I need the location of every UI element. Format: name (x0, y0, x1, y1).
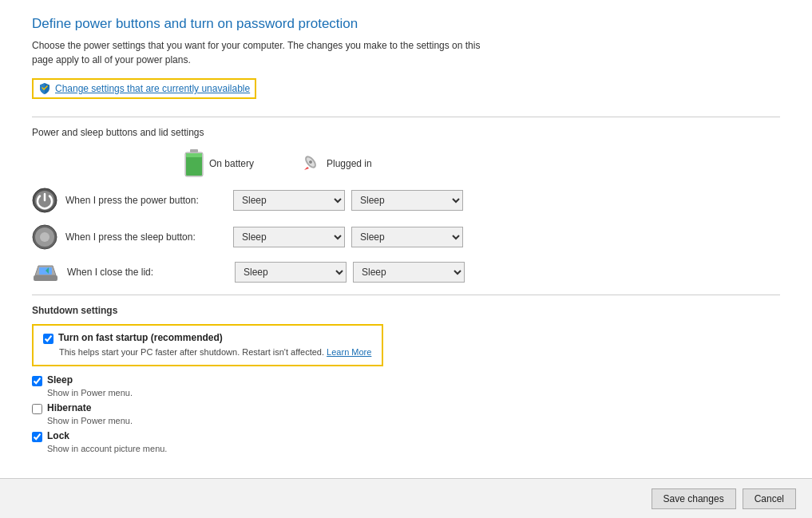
lock-label: Lock (47, 430, 69, 441)
plugged-icon (299, 152, 322, 175)
sleep-label: Sleep (47, 374, 73, 386)
change-settings-link[interactable]: Change settings that are currently unava… (32, 78, 256, 99)
sleep-button-plugged-select[interactable]: Sleep Hibernate Shut down Turn off the d… (351, 227, 463, 247)
col-battery-label: On battery (209, 158, 254, 169)
lock-desc: Show in account picture menu. (47, 444, 780, 453)
sleep-button-label: When I press the sleep button: (65, 231, 233, 243)
section-power-sleep-label: Power and sleep buttons and lid settings (32, 127, 780, 138)
sleep-row: Sleep (32, 374, 780, 386)
sleep-button-selects: Sleep Hibernate Shut down Turn off the d… (233, 227, 463, 247)
shutdown-label: Shutdown settings (32, 305, 780, 316)
hibernate-label: Hibernate (47, 402, 91, 413)
shield-icon (38, 82, 51, 95)
lock-row: Lock (32, 430, 780, 442)
close-lid-row: When I close the lid: Sleep Hibernate Sh… (32, 261, 780, 283)
battery-icon (184, 149, 204, 178)
power-button-row: When I press the power button: Sleep Hib… (32, 188, 780, 213)
fast-startup-label: Turn on fast startup (recommended) (58, 332, 223, 343)
power-button-plugged-select[interactable]: Sleep Hibernate Shut down Turn off the d… (351, 190, 463, 211)
sleep-button-icon (32, 224, 57, 250)
close-lid-plugged-select[interactable]: Sleep Hibernate Shut down Turn off the d… (353, 262, 465, 283)
svg-rect-1 (190, 149, 198, 152)
power-button-label: When I press the power button: (65, 195, 233, 206)
col-header-battery: On battery (184, 149, 299, 178)
svg-marker-7 (304, 167, 309, 170)
bottom-bar: Save changes Cancel (0, 478, 812, 518)
close-lid-label: When I close the lid: (67, 267, 235, 278)
columns-header: On battery Plugged in (184, 149, 780, 178)
power-button-icon (32, 188, 57, 213)
sleep-desc: Show in Power menu. (47, 388, 780, 397)
fast-startup-row: Turn on fast startup (recommended) (43, 332, 372, 344)
fast-startup-desc: This helps start your PC faster after sh… (59, 347, 372, 357)
fast-startup-checkbox[interactable] (43, 334, 53, 344)
close-lid-selects: Sleep Hibernate Shut down Turn off the d… (235, 262, 465, 283)
hibernate-checkbox[interactable] (32, 404, 42, 414)
page-title: Define power buttons and turn on passwor… (32, 16, 780, 32)
hibernate-row: Hibernate (32, 402, 780, 414)
learn-more-link[interactable]: Learn More (327, 347, 371, 357)
sleep-button-row: When I press the sleep button: Sleep Hib… (32, 224, 780, 250)
page-description: Choose the power settings that you want … (32, 38, 495, 67)
change-settings-label: Change settings that are currently unava… (55, 83, 250, 94)
close-lid-battery-select[interactable]: Sleep Hibernate Shut down Turn off the d… (235, 262, 347, 283)
lock-checkbox[interactable] (32, 432, 42, 442)
power-button-battery-select[interactable]: Sleep Hibernate Shut down Turn off the d… (233, 190, 345, 211)
svg-rect-15 (39, 267, 52, 275)
col-header-plugged: Plugged in (299, 152, 415, 175)
svg-point-13 (40, 232, 50, 242)
col-plugged-label: Plugged in (327, 158, 372, 169)
power-button-selects: Sleep Hibernate Shut down Turn off the d… (233, 190, 463, 211)
cancel-button[interactable]: Cancel (743, 488, 796, 509)
section-divider-middle (32, 295, 780, 295)
svg-rect-4 (186, 153, 202, 157)
fast-startup-desc-text: This helps start your PC faster after sh… (59, 347, 324, 357)
save-button[interactable]: Save changes (652, 488, 736, 509)
svg-rect-14 (34, 275, 57, 281)
sleep-checkbox[interactable] (32, 376, 42, 386)
section-divider-top (32, 117, 780, 117)
hibernate-desc: Show in Power menu. (47, 416, 780, 425)
shutdown-section: Shutdown settings Turn on fast startup (… (32, 305, 780, 453)
fast-startup-box: Turn on fast startup (recommended) This … (32, 324, 383, 366)
sleep-button-battery-select[interactable]: Sleep Hibernate Shut down Turn off the d… (233, 227, 345, 247)
lid-icon (32, 261, 59, 283)
